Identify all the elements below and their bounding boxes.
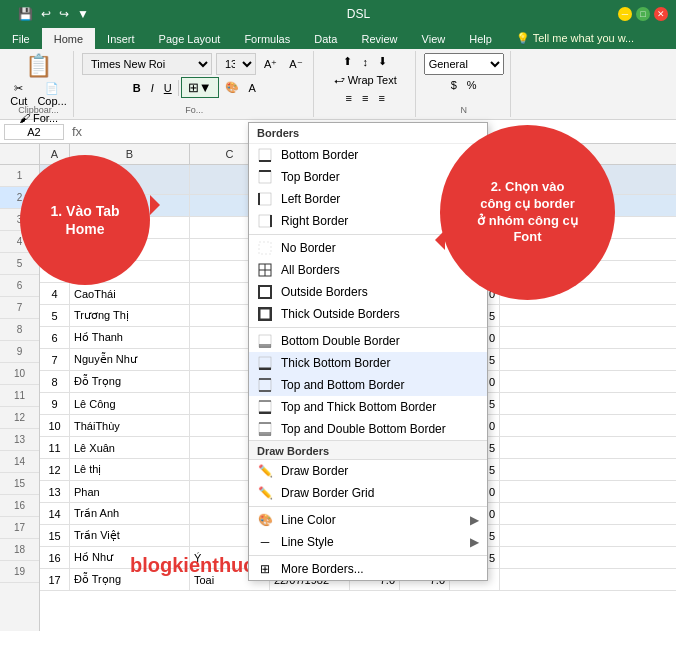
borders-btn[interactable]: ⊞▼ (181, 77, 219, 98)
cell[interactable]: 11 (40, 437, 70, 458)
align-right-btn[interactable]: ≡ (374, 90, 388, 106)
decrease-font-btn[interactable]: A⁻ (285, 56, 306, 73)
outside-borders-item[interactable]: Outside Borders (249, 281, 487, 303)
cell[interactable]: CaoThái (70, 283, 190, 304)
tab-data[interactable]: Data (302, 28, 349, 49)
cell[interactable]: Trần Anh (70, 503, 190, 524)
cell[interactable]: 16 (40, 547, 70, 568)
underline-btn[interactable]: U (160, 80, 176, 96)
redo-btn[interactable]: ↪ (57, 5, 71, 23)
align-bottom-btn[interactable]: ⬇ (374, 53, 391, 70)
cell[interactable]: Nguyễn Như (70, 349, 190, 370)
bottom-double-border-item[interactable]: Bottom Double Border (249, 330, 487, 352)
line-color-item[interactable]: 🎨 Line Color ▶ (249, 509, 487, 531)
cell[interactable]: 17 (40, 569, 70, 590)
top-bottom-border-label: Top and Bottom Border (281, 378, 404, 392)
cell[interactable]: 15 (40, 525, 70, 546)
cell[interactable]: Thái Sơn (70, 261, 190, 282)
tab-formulas[interactable]: Formulas (232, 28, 302, 49)
cell[interactable]: Lê thị (70, 459, 190, 480)
tab-insert[interactable]: Insert (95, 28, 147, 49)
number-format-select[interactable]: General (424, 53, 504, 75)
tab-search[interactable]: 💡 Tell me what you w... (504, 28, 646, 49)
save-btn[interactable]: 💾 (16, 5, 35, 23)
cell[interactable]: Hồ Như (70, 547, 190, 568)
cell[interactable]: 14 (40, 503, 70, 524)
thick-bottom-border-item[interactable]: Thick Bottom Border (249, 352, 487, 374)
top-thick-bottom-item[interactable]: Top and Thick Bottom Border (249, 396, 487, 418)
cell[interactable]: Đỗ Trọng (70, 569, 190, 590)
increase-font-btn[interactable]: A⁺ (260, 56, 281, 73)
cell[interactable]: 8 (40, 371, 70, 392)
right-border-item[interactable]: Right Border (249, 210, 487, 232)
cell[interactable]: 4 (40, 283, 70, 304)
cell[interactable]: Hồ Thanh (70, 327, 190, 348)
cell[interactable]: 7 (40, 349, 70, 370)
align-center-btn[interactable]: ≡ (358, 90, 372, 106)
tab-view[interactable]: View (410, 28, 458, 49)
align-top-btn[interactable]: ⬆ (339, 53, 356, 70)
row-16: 16 (0, 495, 39, 517)
cell[interactable]: 1 (40, 217, 70, 238)
cell[interactable]: Lê Xuân (70, 437, 190, 458)
thick-outside-borders-item[interactable]: Thick Outside Borders (249, 303, 487, 325)
paste-btn[interactable]: 📋 (25, 53, 52, 79)
draw-border-grid-item[interactable]: ✏️ Draw Border Grid (249, 482, 487, 504)
cell[interactable]: Cao Bá (70, 239, 190, 260)
font-color-btn[interactable]: A (245, 80, 260, 96)
cell[interactable]: 12 (40, 459, 70, 480)
cell[interactable]: Trần Nam (70, 217, 190, 238)
cell[interactable]: 2 (40, 239, 70, 260)
cell[interactable]: TháiThùy (70, 415, 190, 436)
maximize-btn[interactable]: □ (636, 7, 650, 21)
left-border-item[interactable]: Left Border (249, 188, 487, 210)
top-bottom-border-item[interactable]: Top and Bottom Border (249, 374, 487, 396)
align-left-btn[interactable]: ≡ (342, 90, 356, 106)
all-borders-item[interactable]: All Borders (249, 259, 487, 281)
tab-file[interactable]: File (0, 28, 42, 49)
draw-border-item[interactable]: ✏️ Draw Border (249, 460, 487, 482)
italic-btn[interactable]: I (147, 80, 158, 96)
tab-review[interactable]: Review (349, 28, 409, 49)
cell[interactable] (40, 195, 70, 216)
cell[interactable]: Trần Việt (70, 525, 190, 546)
cell[interactable]: 13 (40, 481, 70, 502)
line-style-item[interactable]: ─ Line Style ▶ (249, 531, 487, 553)
all-borders-label: All Borders (281, 263, 340, 277)
minimize-btn[interactable]: ─ (618, 7, 632, 21)
cell[interactable]: Phan (70, 481, 190, 502)
more-borders-item[interactable]: ⊞ More Borders... (249, 558, 487, 580)
font-family-select[interactable]: Times New Roi (82, 53, 212, 75)
fill-color-btn[interactable]: 🎨 (221, 79, 243, 96)
cell[interactable]: Họ và t... (70, 165, 190, 194)
number-label: N (460, 105, 467, 115)
cell[interactable]: 6 (40, 327, 70, 348)
cell[interactable] (40, 165, 70, 194)
bold-btn[interactable]: B (129, 80, 145, 96)
col-header-b[interactable]: B (70, 144, 190, 164)
cell[interactable]: Đỗ Trọng (70, 371, 190, 392)
col-header-a[interactable]: A (40, 144, 70, 164)
undo-btn[interactable]: ↩ (39, 5, 53, 23)
top-border-item[interactable]: Top Border (249, 166, 487, 188)
font-size-select[interactable]: 13 (216, 53, 256, 75)
cell[interactable] (70, 195, 190, 216)
tab-home[interactable]: Home (42, 28, 95, 49)
cell[interactable]: 5 (40, 305, 70, 326)
percent-btn[interactable]: % (463, 77, 481, 93)
cell[interactable]: 9 (40, 393, 70, 414)
cell[interactable]: 10 (40, 415, 70, 436)
wrap-text-btn[interactable]: ⮐ Wrap Text (330, 72, 401, 88)
cell[interactable]: 3 (40, 261, 70, 282)
align-middle-btn[interactable]: ↕ (358, 53, 372, 70)
currency-btn[interactable]: $ (447, 77, 461, 93)
no-border-item[interactable]: No Border (249, 237, 487, 259)
tab-pagelayout[interactable]: Page Layout (147, 28, 233, 49)
bottom-border-item[interactable]: Bottom Border (249, 144, 487, 166)
cell[interactable]: Lê Công (70, 393, 190, 414)
close-btn[interactable]: ✕ (654, 7, 668, 21)
cell[interactable]: Trương Thị (70, 305, 190, 326)
customize-qat-btn[interactable]: ▼ (75, 5, 91, 23)
tab-help[interactable]: Help (457, 28, 504, 49)
top-double-bottom-item[interactable]: Top and Double Bottom Border (249, 418, 487, 440)
